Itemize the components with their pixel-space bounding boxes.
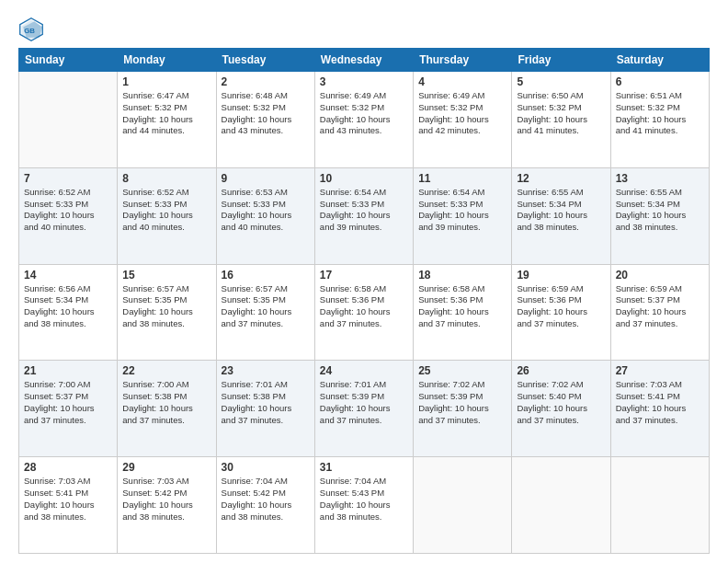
calendar-cell [512,457,610,554]
calendar-header-row: SundayMondayTuesdayWednesdayThursdayFrid… [19,49,710,72]
day-number: 16 [222,269,310,282]
calendar-cell: 8Sunrise: 6:52 AM Sunset: 5:33 PM Daylig… [118,167,216,264]
calendar-day-header: Saturday [610,49,709,72]
day-number: 13 [616,172,704,185]
day-info: Sunrise: 6:47 AM Sunset: 5:32 PM Dayligh… [122,90,210,137]
day-number: 27 [616,364,704,377]
day-number: 24 [320,364,408,377]
day-number: 29 [122,461,210,474]
calendar-day-header: Sunday [19,49,118,72]
day-info: Sunrise: 7:02 AM Sunset: 5:40 PM Dayligh… [517,379,605,426]
calendar-cell [414,457,512,554]
day-info: Sunrise: 6:57 AM Sunset: 5:35 PM Dayligh… [122,283,210,330]
day-number: 23 [222,364,310,377]
logo-icon: GB [18,17,44,42]
calendar-cell: 21Sunrise: 7:00 AM Sunset: 5:37 PM Dayli… [19,361,118,457]
calendar-day-header: Thursday [414,49,512,72]
calendar-cell: 23Sunrise: 7:01 AM Sunset: 5:38 PM Dayli… [216,361,314,457]
calendar-day-header: Friday [512,49,610,72]
calendar-cell: 1Sunrise: 6:47 AM Sunset: 5:32 PM Daylig… [118,72,216,168]
calendar-week-row: 14Sunrise: 6:56 AM Sunset: 5:34 PM Dayli… [19,264,710,361]
day-info: Sunrise: 6:59 AM Sunset: 5:37 PM Dayligh… [616,283,704,330]
day-number: 26 [517,364,605,377]
day-number: 6 [616,75,704,88]
calendar-cell: 13Sunrise: 6:55 AM Sunset: 5:34 PM Dayli… [610,167,709,264]
calendar-cell: 15Sunrise: 6:57 AM Sunset: 5:35 PM Dayli… [118,264,216,361]
day-info: Sunrise: 6:49 AM Sunset: 5:32 PM Dayligh… [320,90,408,137]
day-info: Sunrise: 6:49 AM Sunset: 5:32 PM Dayligh… [418,90,506,137]
calendar-cell: 19Sunrise: 6:59 AM Sunset: 5:36 PM Dayli… [512,264,610,361]
calendar-cell: 12Sunrise: 6:55 AM Sunset: 5:34 PM Dayli… [512,167,610,264]
day-number: 19 [517,269,605,282]
day-number: 10 [320,172,408,185]
calendar-cell: 7Sunrise: 6:52 AM Sunset: 5:33 PM Daylig… [19,167,118,264]
logo: GB [18,17,48,42]
page: GB SundayMondayTuesdayWednesdayThursdayF… [0,0,728,563]
day-number: 30 [222,461,310,474]
day-info: Sunrise: 6:59 AM Sunset: 5:36 PM Dayligh… [517,283,605,330]
calendar-cell: 20Sunrise: 6:59 AM Sunset: 5:37 PM Dayli… [610,264,709,361]
day-number: 1 [122,75,210,88]
day-number: 9 [222,172,310,185]
header: GB [18,17,710,42]
calendar-cell: 3Sunrise: 6:49 AM Sunset: 5:32 PM Daylig… [314,72,413,168]
day-info: Sunrise: 7:01 AM Sunset: 5:38 PM Dayligh… [222,379,310,426]
day-number: 18 [418,269,506,282]
day-info: Sunrise: 7:01 AM Sunset: 5:39 PM Dayligh… [320,379,408,426]
calendar-day-header: Wednesday [314,49,413,72]
day-number: 22 [122,364,210,377]
day-info: Sunrise: 6:58 AM Sunset: 5:36 PM Dayligh… [418,283,506,330]
calendar-day-header: Tuesday [216,49,314,72]
day-info: Sunrise: 6:54 AM Sunset: 5:33 PM Dayligh… [418,187,506,234]
svg-text:GB: GB [24,27,35,35]
calendar-cell: 9Sunrise: 6:53 AM Sunset: 5:33 PM Daylig… [216,167,314,264]
day-info: Sunrise: 7:03 AM Sunset: 5:42 PM Dayligh… [122,476,210,523]
calendar-week-row: 21Sunrise: 7:00 AM Sunset: 5:37 PM Dayli… [19,361,710,457]
day-info: Sunrise: 6:53 AM Sunset: 5:33 PM Dayligh… [222,187,310,234]
day-info: Sunrise: 6:55 AM Sunset: 5:34 PM Dayligh… [616,187,704,234]
day-info: Sunrise: 7:04 AM Sunset: 5:42 PM Dayligh… [222,476,310,523]
day-info: Sunrise: 7:00 AM Sunset: 5:38 PM Dayligh… [122,379,210,426]
day-info: Sunrise: 6:55 AM Sunset: 5:34 PM Dayligh… [517,187,605,234]
day-number: 12 [517,172,605,185]
day-number: 25 [418,364,506,377]
calendar-day-header: Monday [118,49,216,72]
calendar-week-row: 7Sunrise: 6:52 AM Sunset: 5:33 PM Daylig… [19,167,710,264]
calendar-cell: 2Sunrise: 6:48 AM Sunset: 5:32 PM Daylig… [216,72,314,168]
calendar-cell: 17Sunrise: 6:58 AM Sunset: 5:36 PM Dayli… [314,264,413,361]
calendar-week-row: 28Sunrise: 7:03 AM Sunset: 5:41 PM Dayli… [19,457,710,554]
day-info: Sunrise: 6:54 AM Sunset: 5:33 PM Dayligh… [320,187,408,234]
day-info: Sunrise: 7:03 AM Sunset: 5:41 PM Dayligh… [24,476,112,523]
calendar-cell: 27Sunrise: 7:03 AM Sunset: 5:41 PM Dayli… [610,361,709,457]
calendar-cell: 6Sunrise: 6:51 AM Sunset: 5:32 PM Daylig… [610,72,709,168]
calendar-cell: 5Sunrise: 6:50 AM Sunset: 5:32 PM Daylig… [512,72,610,168]
day-info: Sunrise: 7:02 AM Sunset: 5:39 PM Dayligh… [418,379,506,426]
day-number: 28 [24,461,112,474]
day-info: Sunrise: 6:52 AM Sunset: 5:33 PM Dayligh… [24,187,112,234]
day-number: 31 [320,461,408,474]
day-info: Sunrise: 6:50 AM Sunset: 5:32 PM Dayligh… [517,90,605,137]
calendar-cell [610,457,709,554]
calendar-cell: 25Sunrise: 7:02 AM Sunset: 5:39 PM Dayli… [414,361,512,457]
day-number: 17 [320,269,408,282]
calendar-cell: 11Sunrise: 6:54 AM Sunset: 5:33 PM Dayli… [414,167,512,264]
day-number: 4 [418,75,506,88]
calendar-cell: 10Sunrise: 6:54 AM Sunset: 5:33 PM Dayli… [314,167,413,264]
day-info: Sunrise: 6:56 AM Sunset: 5:34 PM Dayligh… [24,283,112,330]
day-info: Sunrise: 6:58 AM Sunset: 5:36 PM Dayligh… [320,283,408,330]
calendar-week-row: 1Sunrise: 6:47 AM Sunset: 5:32 PM Daylig… [19,72,710,168]
day-info: Sunrise: 6:51 AM Sunset: 5:32 PM Dayligh… [616,90,704,137]
calendar-cell: 26Sunrise: 7:02 AM Sunset: 5:40 PM Dayli… [512,361,610,457]
day-number: 20 [616,269,704,282]
calendar-cell: 16Sunrise: 6:57 AM Sunset: 5:35 PM Dayli… [216,264,314,361]
calendar-cell: 31Sunrise: 7:04 AM Sunset: 5:43 PM Dayli… [314,457,413,554]
day-info: Sunrise: 6:52 AM Sunset: 5:33 PM Dayligh… [122,187,210,234]
calendar-table: SundayMondayTuesdayWednesdayThursdayFrid… [18,48,710,554]
day-number: 7 [24,172,112,185]
day-number: 21 [24,364,112,377]
day-info: Sunrise: 7:04 AM Sunset: 5:43 PM Dayligh… [320,476,408,523]
calendar-cell: 24Sunrise: 7:01 AM Sunset: 5:39 PM Dayli… [314,361,413,457]
calendar-cell: 4Sunrise: 6:49 AM Sunset: 5:32 PM Daylig… [414,72,512,168]
day-info: Sunrise: 7:03 AM Sunset: 5:41 PM Dayligh… [616,379,704,426]
day-number: 14 [24,269,112,282]
